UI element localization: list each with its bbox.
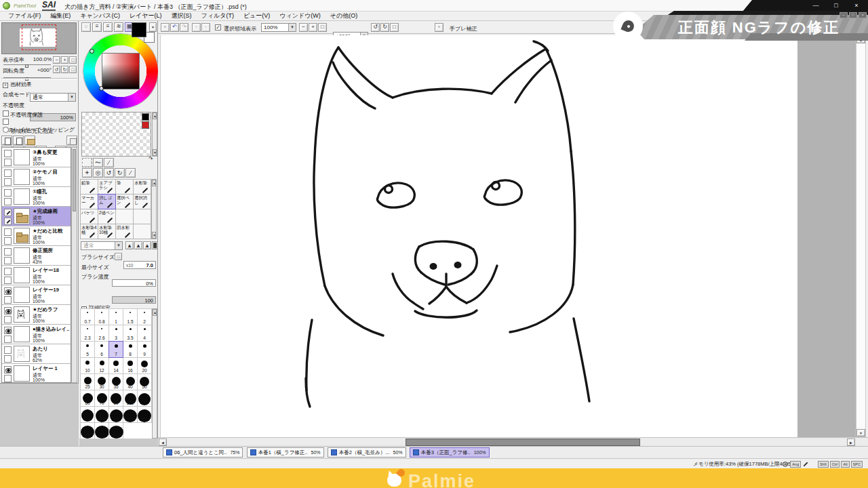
undo-button[interactable]: ↶ — [170, 23, 179, 32]
rotate-reset-button[interactable]: □ — [390, 23, 399, 32]
layer-row[interactable]: あたり 通常 62% — [2, 344, 71, 364]
layer-lock-checkbox[interactable] — [4, 336, 12, 343]
brush-size-cell[interactable]: 5 — [80, 341, 95, 358]
brush-grid-scrollbar[interactable]: ▲ ▼ — [151, 179, 157, 239]
rotate-view-tool[interactable]: ↺ — [104, 168, 114, 178]
brush-size-cell[interactable]: 20 — [137, 357, 152, 374]
brush-size-cell[interactable]: 50 — [137, 373, 152, 390]
brush-size-cell[interactable]: 3.5 — [123, 325, 138, 342]
flip-view-tool[interactable]: ↻ — [115, 168, 125, 178]
zoom-tool[interactable]: ◎ — [93, 168, 103, 178]
layer-visibility-checkbox[interactable] — [4, 169, 12, 177]
layer-visibility-checkbox[interactable] — [4, 366, 12, 373]
brush-size-cell[interactable]: 160 — [80, 406, 95, 423]
brush-tool-cell[interactable]: 水彩筆10植 — [98, 224, 116, 239]
swap-colors-icon[interactable]: ↷ — [149, 156, 153, 162]
layer-row[interactable]: ★だめと比較 通常 100% — [2, 226, 71, 246]
layer-lock-checkbox[interactable] — [4, 257, 12, 264]
layer-visibility-checkbox[interactable] — [4, 189, 12, 197]
move-tool[interactable]: + — [82, 168, 92, 178]
layer-row[interactable]: ★完成線画 通常 100% — [2, 207, 71, 226]
color-mixer-tab-icon[interactable]: ≋ — [114, 22, 123, 32]
brush-size-cell[interactable]: 70 — [94, 390, 109, 407]
canvas-horizontal-scrollbar[interactable]: ◀ ▶ — [158, 437, 868, 446]
brush-tool-cell[interactable]: 選択ペン — [115, 194, 134, 209]
scroll-left-icon[interactable]: ◀ — [159, 439, 167, 446]
menu-item[interactable]: ウィンドウ(W) — [275, 12, 326, 20]
nav-zoom-in-button[interactable]: + — [61, 56, 68, 64]
layer-row[interactable]: レイヤー 1 通常 100% — [2, 364, 71, 383]
eyedropper-tool[interactable]: ∕ — [125, 168, 136, 178]
maximize-button[interactable]: □ — [826, 0, 846, 12]
brush-size-cell[interactable]: 450 — [94, 422, 109, 439]
hue-marker[interactable] — [90, 49, 94, 54]
brush-size-cell[interactable]: 500 — [108, 422, 123, 439]
brush-blend-select[interactable]: 通常▼ — [81, 241, 123, 250]
layer-lock-checkbox[interactable] — [4, 159, 12, 166]
rgb-slider-tab-icon[interactable]: ≡ — [92, 22, 102, 32]
menu-item[interactable]: フィルタ(T) — [197, 12, 239, 20]
nav-zoom-slider[interactable] — [3, 64, 51, 66]
new-canvas-button[interactable]: ▫ — [161, 23, 170, 32]
lasso-tool[interactable]: 〜 — [93, 158, 103, 167]
brush-size-cell[interactable]: 10 — [80, 357, 95, 374]
brush-size-cell[interactable]: 6 — [94, 341, 109, 358]
layer-visibility-checkbox[interactable] — [4, 327, 12, 334]
brush-tool-cell[interactable]: 2値ペン — [98, 209, 116, 224]
layer-lock-checkbox[interactable] — [4, 296, 12, 304]
show-selection-checkbox[interactable]: ✓ — [215, 24, 221, 30]
brush-size-cell[interactable]: 25 — [80, 373, 95, 390]
brush-tool-cell[interactable]: バケツ — [80, 209, 98, 224]
nav-zoom-out-button[interactable]: − — [53, 56, 60, 64]
zoom-out-button[interactable]: − — [299, 23, 308, 32]
h-scrollbar-thumb[interactable] — [406, 439, 640, 446]
hsv-slider-tab-icon[interactable]: ≡ — [103, 22, 113, 32]
brush-edge-shape-3[interactable]: ▲ — [143, 241, 151, 249]
menu-item[interactable]: その他(O) — [326, 12, 362, 20]
scroll-right-icon[interactable]: ▶ — [847, 439, 855, 446]
document-tab[interactable]: 本番1（横_ラフ修正.. 50% — [247, 447, 324, 458]
scroll-down-icon[interactable]: ▼ — [856, 429, 865, 436]
marquee-select-tool[interactable] — [82, 158, 92, 167]
new-linework-layer-button[interactable] — [13, 136, 24, 145]
layer-visibility-checkbox[interactable] — [4, 150, 12, 157]
brush-tool-cell[interactable]: 水彩筆 — [133, 179, 151, 195]
preserve-opacity-checkbox[interactable]: 不透明度保護 — [3, 110, 43, 119]
rotate-cw-button[interactable]: ↻ — [380, 23, 389, 32]
scroll-up-icon[interactable]: ▲ — [153, 309, 157, 316]
layer-lock-checkbox[interactable] — [4, 277, 12, 284]
brush-size-cell[interactable]: 3 — [108, 325, 123, 342]
brush-edge-shape-2[interactable]: ▲ — [134, 241, 142, 249]
layer-row[interactable]: レイヤー18 通常 100% — [2, 266, 71, 285]
brush-size-cell[interactable]: 16 — [123, 357, 138, 374]
layer-row[interactable]: ●描き込みレイ.. 通常 100% — [2, 325, 71, 344]
navigator-view-rect[interactable] — [22, 24, 56, 50]
close-button[interactable]: × — [846, 0, 867, 12]
size-grid-scrollbar[interactable]: ▲ — [152, 308, 157, 439]
scroll-up-icon[interactable]: ▲ — [152, 180, 156, 186]
swatch-scrollbar[interactable]: ▲ ▼ — [152, 112, 157, 157]
zoom-select[interactable]: 100%▼ — [261, 23, 296, 32]
color-wheel-tab-icon[interactable]: ◌ — [81, 22, 91, 32]
layer-visibility-checkbox[interactable] — [4, 268, 12, 275]
layer-visibility-checkbox[interactable] — [4, 228, 12, 236]
scroll-up-icon[interactable]: ▲ — [153, 113, 157, 119]
canvas-outside-area[interactable] — [797, 35, 856, 437]
menu-item[interactable]: レイヤー(L) — [125, 12, 167, 20]
brush-tool-cell[interactable] — [133, 224, 151, 239]
saturation-value-square[interactable] — [102, 53, 140, 89]
brush-size-cell[interactable]: 4 — [137, 325, 152, 342]
brush-size-cell[interactable]: 400 — [80, 422, 95, 439]
canvas-vertical-scrollbar[interactable]: ▲ ▼ — [856, 35, 866, 437]
brush-tool-cell[interactable]: 消しゴム — [98, 194, 116, 209]
brush-size-cell[interactable]: 12 — [94, 357, 109, 374]
brush-size-cell[interactable]: 14 — [108, 357, 123, 374]
new-layer-set-button[interactable] — [24, 136, 35, 145]
layer-row[interactable]: ★だめラフ 通常 100% — [2, 305, 71, 325]
menu-item[interactable]: 選択(S) — [167, 12, 197, 20]
swatch-grid[interactable] — [81, 112, 151, 157]
brush-size-cell[interactable]: 200 — [94, 406, 109, 423]
swatch-black[interactable] — [142, 113, 149, 121]
layer-row[interactable]: ③鼻も変更 通常 100% — [2, 148, 71, 167]
menu-item[interactable]: ビュー(V) — [239, 12, 275, 20]
